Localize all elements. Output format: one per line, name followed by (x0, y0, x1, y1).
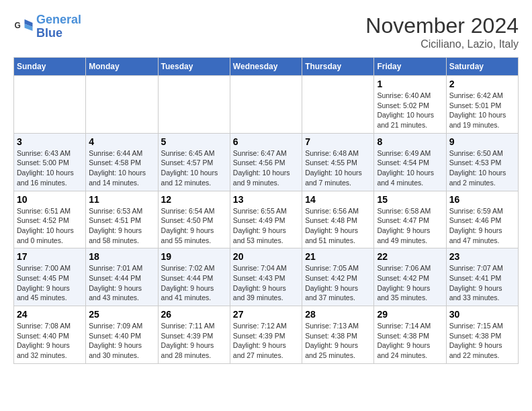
day-cell: 4Sunrise: 6:44 AM Sunset: 4:58 PM Daylig… (86, 133, 158, 191)
day-info: Sunrise: 7:08 AM Sunset: 4:40 PM Dayligh… (17, 321, 83, 361)
day-cell: 9Sunrise: 6:50 AM Sunset: 4:53 PM Daylig… (446, 133, 518, 191)
day-number: 26 (161, 309, 227, 320)
week-row-5: 24Sunrise: 7:08 AM Sunset: 4:40 PM Dayli… (14, 306, 519, 364)
day-info: Sunrise: 6:53 AM Sunset: 4:51 PM Dayligh… (89, 206, 154, 246)
week-row-4: 17Sunrise: 7:00 AM Sunset: 4:45 PM Dayli… (14, 248, 519, 306)
day-info: Sunrise: 6:45 AM Sunset: 4:57 PM Dayligh… (161, 148, 227, 188)
week-row-3: 10Sunrise: 6:51 AM Sunset: 4:52 PM Dayli… (14, 191, 519, 248)
weekday-header-sunday: Sunday (14, 58, 86, 76)
day-info: Sunrise: 6:43 AM Sunset: 5:00 PM Dayligh… (17, 148, 83, 188)
day-info: Sunrise: 6:40 AM Sunset: 5:02 PM Dayligh… (377, 91, 443, 130)
day-number: 1 (377, 79, 443, 89)
day-cell: 5Sunrise: 6:45 AM Sunset: 4:57 PM Daylig… (158, 133, 230, 191)
day-cell: 25Sunrise: 7:09 AM Sunset: 4:40 PM Dayli… (86, 306, 158, 364)
day-cell: 22Sunrise: 7:06 AM Sunset: 4:42 PM Dayli… (374, 248, 446, 306)
day-number: 9 (449, 136, 515, 147)
weekday-header-friday: Friday (374, 58, 446, 76)
day-info: Sunrise: 7:05 AM Sunset: 4:42 PM Dayligh… (305, 263, 371, 303)
day-cell: 14Sunrise: 6:56 AM Sunset: 4:48 PM Dayli… (302, 191, 374, 248)
day-number: 22 (377, 251, 443, 262)
day-cell: 20Sunrise: 7:04 AM Sunset: 4:43 PM Dayli… (230, 248, 302, 306)
day-cell: 13Sunrise: 6:55 AM Sunset: 4:49 PM Dayli… (230, 191, 302, 248)
day-info: Sunrise: 7:11 AM Sunset: 4:39 PM Dayligh… (161, 321, 227, 361)
day-number: 27 (233, 309, 299, 320)
header: G General Blue November 2024 Ciciliano, … (13, 13, 519, 50)
day-info: Sunrise: 6:58 AM Sunset: 4:47 PM Dayligh… (377, 206, 443, 246)
day-number: 11 (89, 194, 154, 205)
day-info: Sunrise: 7:04 AM Sunset: 4:43 PM Dayligh… (233, 263, 299, 303)
day-number: 18 (89, 251, 154, 262)
title-area: November 2024 Ciciliano, Lazio, Italy (365, 13, 519, 50)
day-number: 25 (89, 309, 154, 320)
day-cell: 17Sunrise: 7:00 AM Sunset: 4:45 PM Dayli… (14, 248, 86, 306)
day-info: Sunrise: 7:09 AM Sunset: 4:40 PM Dayligh… (89, 321, 154, 361)
day-cell: 15Sunrise: 6:58 AM Sunset: 4:47 PM Dayli… (374, 191, 446, 248)
day-number: 23 (449, 251, 515, 262)
day-info: Sunrise: 6:49 AM Sunset: 4:54 PM Dayligh… (377, 148, 443, 188)
day-number: 15 (377, 194, 443, 205)
day-cell: 30Sunrise: 7:15 AM Sunset: 4:38 PM Dayli… (446, 306, 518, 364)
day-info: Sunrise: 6:59 AM Sunset: 4:46 PM Dayligh… (449, 206, 515, 246)
day-info: Sunrise: 7:01 AM Sunset: 4:44 PM Dayligh… (89, 263, 154, 303)
day-number: 28 (305, 309, 371, 320)
day-cell (14, 76, 86, 134)
day-number: 6 (233, 136, 299, 147)
day-number: 13 (233, 194, 299, 205)
day-number: 19 (161, 251, 227, 262)
day-cell: 26Sunrise: 7:11 AM Sunset: 4:39 PM Dayli… (158, 306, 230, 364)
location-title: Ciciliano, Lazio, Italy (365, 38, 519, 50)
day-cell: 23Sunrise: 7:07 AM Sunset: 4:41 PM Dayli… (446, 248, 518, 306)
day-number: 7 (305, 136, 371, 147)
calendar-table: SundayMondayTuesdayWednesdayThursdayFrid… (13, 57, 519, 364)
day-number: 29 (377, 309, 443, 320)
day-cell: 24Sunrise: 7:08 AM Sunset: 4:40 PM Dayli… (14, 306, 86, 364)
day-cell: 2Sunrise: 6:42 AM Sunset: 5:01 PM Daylig… (446, 76, 518, 134)
weekday-header-row: SundayMondayTuesdayWednesdayThursdayFrid… (14, 58, 519, 76)
weekday-header-tuesday: Tuesday (158, 58, 230, 76)
day-cell: 21Sunrise: 7:05 AM Sunset: 4:42 PM Dayli… (302, 248, 374, 306)
day-info: Sunrise: 6:47 AM Sunset: 4:56 PM Dayligh… (233, 148, 299, 188)
day-cell: 11Sunrise: 6:53 AM Sunset: 4:51 PM Dayli… (86, 191, 158, 248)
day-number: 2 (449, 79, 515, 89)
logo-text: General Blue (36, 13, 81, 40)
week-row-2: 3Sunrise: 6:43 AM Sunset: 5:00 PM Daylig… (14, 133, 519, 191)
day-cell: 1Sunrise: 6:40 AM Sunset: 5:02 PM Daylig… (374, 76, 446, 134)
day-cell: 3Sunrise: 6:43 AM Sunset: 5:00 PM Daylig… (14, 133, 86, 191)
day-info: Sunrise: 6:44 AM Sunset: 4:58 PM Dayligh… (89, 148, 154, 188)
day-info: Sunrise: 6:48 AM Sunset: 4:55 PM Dayligh… (305, 148, 371, 188)
day-number: 12 (161, 194, 227, 205)
day-info: Sunrise: 7:00 AM Sunset: 4:45 PM Dayligh… (17, 263, 83, 303)
day-number: 24 (17, 309, 83, 320)
day-cell (158, 76, 230, 134)
day-number: 17 (17, 251, 83, 262)
day-info: Sunrise: 7:02 AM Sunset: 4:44 PM Dayligh… (161, 263, 227, 303)
weekday-header-thursday: Thursday (302, 58, 374, 76)
day-cell: 12Sunrise: 6:54 AM Sunset: 4:50 PM Dayli… (158, 191, 230, 248)
week-row-1: 1Sunrise: 6:40 AM Sunset: 5:02 PM Daylig… (14, 76, 519, 134)
day-cell: 16Sunrise: 6:59 AM Sunset: 4:46 PM Dayli… (446, 191, 518, 248)
day-cell (230, 76, 302, 134)
day-number: 21 (305, 251, 371, 262)
weekday-header-wednesday: Wednesday (230, 58, 302, 76)
day-info: Sunrise: 7:14 AM Sunset: 4:38 PM Dayligh… (377, 321, 443, 361)
day-info: Sunrise: 7:12 AM Sunset: 4:39 PM Dayligh… (233, 321, 299, 361)
month-title: November 2024 (365, 13, 519, 38)
day-number: 16 (449, 194, 515, 205)
day-cell: 8Sunrise: 6:49 AM Sunset: 4:54 PM Daylig… (374, 133, 446, 191)
weekday-header-monday: Monday (86, 58, 158, 76)
day-number: 20 (233, 251, 299, 262)
day-cell (86, 76, 158, 134)
day-cell: 18Sunrise: 7:01 AM Sunset: 4:44 PM Dayli… (86, 248, 158, 306)
day-info: Sunrise: 7:13 AM Sunset: 4:38 PM Dayligh… (305, 321, 371, 361)
day-cell: 7Sunrise: 6:48 AM Sunset: 4:55 PM Daylig… (302, 133, 374, 191)
day-number: 10 (17, 194, 83, 205)
weekday-header-saturday: Saturday (446, 58, 518, 76)
day-info: Sunrise: 6:54 AM Sunset: 4:50 PM Dayligh… (161, 206, 227, 246)
day-cell: 19Sunrise: 7:02 AM Sunset: 4:44 PM Dayli… (158, 248, 230, 306)
svg-text:G: G (15, 20, 21, 30)
day-cell (302, 76, 374, 134)
day-info: Sunrise: 6:50 AM Sunset: 4:53 PM Dayligh… (449, 148, 515, 188)
day-number: 3 (17, 136, 83, 147)
day-number: 5 (161, 136, 227, 147)
day-number: 4 (89, 136, 154, 147)
